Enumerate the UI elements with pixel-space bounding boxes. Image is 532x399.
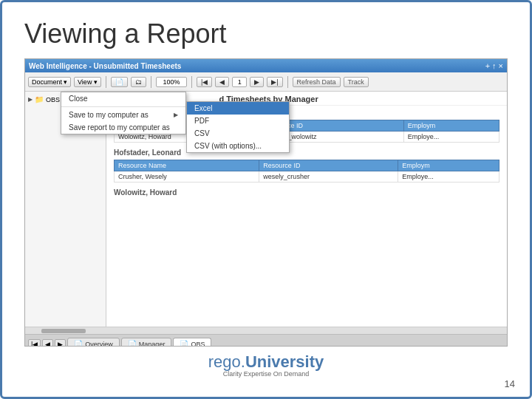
menu-divider-1 [61,106,185,107]
separator3 [191,76,192,88]
submenu-item-csv-options[interactable]: CSV (with options)... [187,140,289,152]
left-panel-label: OBS [46,96,60,103]
toolbar: Document ▾ View ▾ 📄 🗂 100% |◀ ◀ 1 ▶ ▶| R… [25,72,507,92]
report-section-2: Hofstader, Leonard Resource Name Resourc… [106,146,507,185]
submenu-item-excel[interactable]: Excel [187,102,289,115]
logo-brand2: University [245,352,324,371]
report-section-3: Wolowitz, Howard [106,185,507,200]
horizontal-scrollbar[interactable] [25,327,507,334]
menu-item-save-report[interactable]: Save report to my computer as [61,121,185,134]
tab-manager[interactable]: 📄 Manager [121,338,172,347]
folder-icon: 📁 [35,95,44,103]
separator2 [151,76,151,88]
col-header-id-2: Resource ID [259,160,398,171]
tab-manager-icon: 📄 [128,340,137,347]
tab-obs[interactable]: 📄 OBS [173,338,211,347]
separator4 [287,76,288,88]
dropdown-menu: Close Save to my computer as Save report… [61,92,186,134]
tab-obs-label: OBS [191,341,205,347]
close-button[interactable]: × [499,61,503,70]
zoom-input[interactable]: 100% [156,77,187,87]
manager-label-3: Wolowitz, Howard [114,187,499,198]
tab-overview-icon: 📄 [74,340,83,347]
document-label: Document [32,78,62,86]
table-row: Crusher, Wesely wesely_crusher Employe..… [115,171,499,183]
tab-overview-label: Overview [85,341,113,347]
data-table-2: Resource Name Resource ID Employm Crushe… [114,160,499,183]
tab-nav-prev[interactable]: ◀ [42,339,53,347]
cell-id: wesely_crusher [259,171,398,183]
view-label: View ▾ [78,78,98,86]
logo-area: rego.University Clarity Expertise On Dem… [2,347,530,381]
logo-tagline: Clarity Expertise On Demand [208,370,324,378]
track-btn[interactable]: Track [344,77,369,87]
refresh-btn[interactable]: Refresh Data [293,77,341,87]
tab-nav-next[interactable]: ▶ [55,339,66,347]
cell-emp: Employe... [398,171,499,183]
nav-prev[interactable]: ◀ [215,77,229,87]
pin-button[interactable]: + [485,61,490,70]
window-buttons: + ↑ × [485,61,503,70]
nav-first[interactable]: |◀ [197,77,212,87]
icon-btn-2[interactable]: 🗂 [131,77,146,87]
col-header-emp-1: Employm [403,120,499,132]
cell-name: Crusher, Wesely [115,171,259,183]
dropdown-arrow-icon: ▾ [64,78,67,86]
window-titlebar: Web Intelligence - Unsubmitted Timesheet… [25,59,507,72]
window-title: Web Intelligence - Unsubmitted Timesheet… [29,62,181,70]
view-dropdown[interactable]: View ▾ [74,77,101,87]
tab-bar: |◀ ◀ ▶ 📄 Overview 📄 Manager 📄 OBS [25,334,507,347]
page-title: Viewing a Report [2,2,530,58]
manager-label-2: Hofstader, Leonard [114,147,499,158]
logo-text: rego.University [208,352,324,372]
tree-expand-icon: ▶ [28,96,33,103]
menu-item-save-computer[interactable]: Save to my computer as [61,109,185,121]
nav-last[interactable]: ▶| [267,77,282,87]
submenu-item-csv[interactable]: CSV [187,127,289,140]
scrollbar-thumb[interactable] [41,329,86,333]
separator1 [106,76,106,88]
tab-obs-icon: 📄 [180,340,188,347]
cell-emp: Employe... [403,132,499,143]
col-header-emp-2: Employm [398,160,499,171]
page-number: 14 [505,378,515,389]
submenu-item-pdf[interactable]: PDF [187,115,289,127]
float-button[interactable]: ↑ [492,61,497,70]
col-header-name-2: Resource Name [115,160,259,171]
document-dropdown[interactable]: Document ▾ [28,77,71,87]
menu-item-close[interactable]: Close [61,92,185,105]
page-input[interactable]: 1 [232,77,247,87]
tab-overview[interactable]: 📄 Overview [67,338,120,347]
logo-brand1: rego. [208,352,245,371]
tab-nav-first[interactable]: |◀ [28,339,41,347]
tab-manager-label: Manager [139,341,166,347]
screenshot-container: Web Intelligence - Unsubmitted Timesheet… [24,58,508,347]
nav-next[interactable]: ▶ [250,77,264,87]
icon-btn-1[interactable]: 📄 [111,77,128,87]
submenu: Excel PDF CSV CSV (with options)... [186,101,290,153]
